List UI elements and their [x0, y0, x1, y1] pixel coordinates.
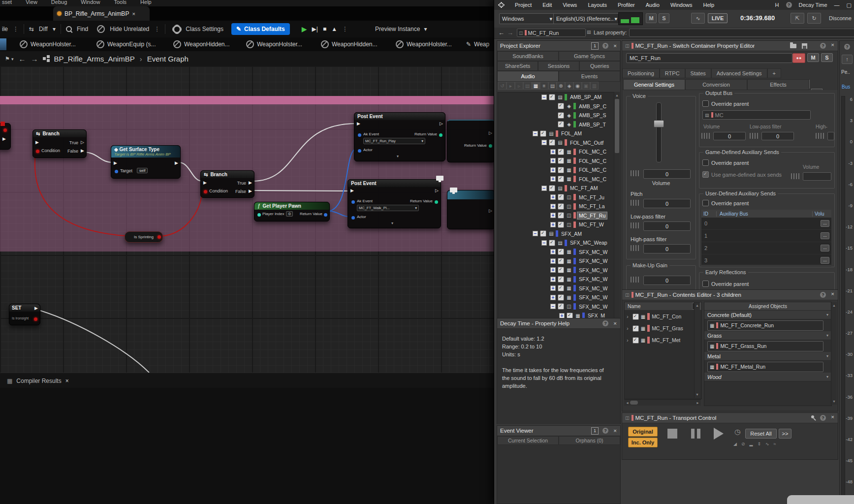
contents-row-label[interactable]: MC_FT_Gras — [652, 325, 683, 331]
property-editor-tab[interactable]: RTPC — [660, 68, 685, 78]
switch-group-header[interactable]: Grass ▾ — [704, 331, 831, 340]
tree-item-label[interactable]: MC_FT_W — [577, 221, 605, 228]
tree-checkbox[interactable] — [558, 203, 564, 210]
ak-event-pin[interactable] — [351, 200, 355, 204]
color-palette-button[interactable]: ●● — [792, 53, 805, 63]
profiler-graph-button[interactable]: ∿ — [691, 13, 705, 24]
asset-tab[interactable]: ✎ Weap — [466, 37, 489, 51]
target-value[interactable]: self — [137, 168, 148, 173]
tree-checkbox[interactable] — [540, 130, 546, 137]
browse-button[interactable]: ... — [821, 220, 829, 227]
ak-event-dropdown[interactable]: MC_FT_Walk_Pl...▾ — [357, 205, 419, 211]
aux-table-row[interactable]: 1 ... — [701, 230, 831, 242]
ue-menu-item[interactable]: Window — [81, 0, 100, 5]
tree-item-label[interactable]: SFX_MC_W — [577, 257, 609, 264]
assigned-vertical-scrollbar[interactable]: ▲ ▼ — [831, 302, 837, 405]
explorer-tab[interactable]: Events — [559, 71, 620, 82]
tree-expander[interactable]: + — [550, 176, 556, 182]
rtpc-indicator-icon[interactable] — [631, 277, 640, 283]
tree-expander[interactable]: − — [533, 231, 538, 236]
tree-expander[interactable]: + — [550, 194, 556, 200]
pin-icon[interactable] — [811, 415, 816, 420]
tree-item[interactable]: − SFX_AM — [498, 229, 614, 239]
override-parent-row[interactable]: Override parent — [702, 200, 749, 206]
eject-button[interactable]: ▲ — [331, 26, 337, 32]
volume-slider-track[interactable] — [656, 102, 662, 162]
exec-in-pin[interactable]: ▶ — [203, 180, 207, 185]
explorer-toolbar-icon[interactable]: ▤ — [548, 82, 557, 90]
tree-item[interactable]: − FOL_AM — [498, 129, 614, 138]
tree-checkbox[interactable] — [549, 240, 555, 246]
tree-checkbox[interactable] — [540, 230, 546, 237]
tree-checkbox[interactable] — [558, 285, 564, 291]
tree-item[interactable]: − MC_FT_AM — [498, 184, 614, 193]
wwise-menu-item[interactable]: Windows — [670, 2, 693, 8]
bus-volume-field[interactable]: 0 — [713, 132, 746, 140]
tree-expander[interactable]: + — [550, 285, 556, 291]
blueprint-graph[interactable]: ▶ ⇆Branch ▶ Condition True ▷ False ▶ ◆ G… — [0, 66, 494, 373]
play-button[interactable]: ▶ — [302, 25, 307, 33]
stop-button[interactable] — [667, 429, 677, 439]
tree-checkbox[interactable] — [558, 294, 564, 301]
close-icon[interactable]: × — [613, 428, 617, 434]
object-name-field[interactable]: MC_FT_Run — [626, 53, 792, 63]
explorer-toolbar-icon[interactable]: ◉ — [573, 82, 582, 90]
tree-item-label[interactable]: SFX_MC_W — [577, 249, 609, 255]
tree-checkbox[interactable] — [558, 149, 564, 155]
tree-item[interactable]: − AMB_SP_AM — [498, 93, 614, 102]
contents-vertical-scrollbar[interactable]: ▲ ▼ — [694, 302, 700, 398]
help-icon[interactable]: ? — [820, 292, 826, 298]
original-button[interactable]: Original — [628, 427, 658, 437]
tree-expander[interactable]: − — [533, 131, 538, 136]
tree-item-label[interactable]: SFX_MC_W — [577, 267, 609, 274]
explorer-tab[interactable]: Sessions — [538, 61, 579, 71]
property-editor-tab[interactable]: States — [685, 68, 711, 78]
asset-tab[interactable]: WeaponHolster... — [396, 37, 452, 51]
tree-item[interactable]: + SFX_MC_W — [498, 293, 614, 302]
is-sprinting-node[interactable]: Is Sprinting — [125, 231, 163, 243]
tree-item[interactable]: + MC_FT_Ju — [498, 193, 614, 202]
wwise-menu-item[interactable]: Help — [703, 2, 715, 8]
aux-table-row[interactable]: 3 ... — [701, 254, 831, 267]
exec-out-pin[interactable]: ▷ — [440, 121, 443, 126]
reset-all-button[interactable]: Reset All — [745, 429, 777, 439]
switch-group-header[interactable]: Wood ▾ — [704, 373, 831, 381]
makeup-gain-field[interactable]: 0 — [643, 276, 691, 285]
help-icon[interactable]: ? — [602, 43, 608, 49]
true-pin[interactable]: ▷ — [81, 140, 84, 145]
tree-item-label[interactable]: SFX_MC_W — [577, 294, 609, 301]
contents-row[interactable]: › ▦ MC_FT_Gras — [625, 322, 701, 334]
property-editor-tab[interactable]: Advanced Settings — [711, 68, 767, 78]
red-pin[interactable] — [34, 317, 37, 321]
aux-table-row[interactable]: 0 ... — [701, 218, 831, 230]
live-badge[interactable]: LIVE — [708, 13, 727, 23]
tree-item-label[interactable]: MC_FT_Ru — [577, 212, 607, 219]
tab-bp-rifle-arms-animbp[interactable]: BP_Rifle_Arms_AnimBP × — [53, 6, 150, 21]
assigned-object-label[interactable]: MC_FT_Concrete_Run — [720, 322, 774, 328]
tree-item[interactable]: + FOL_MC_C — [498, 147, 614, 157]
close-icon[interactable]: × — [613, 320, 617, 326]
help-icon[interactable]: ? — [602, 428, 608, 434]
ak-event-dropdown[interactable]: MC_FT_Run_Play▾ — [363, 138, 425, 144]
wwise-menu-item[interactable]: Views — [563, 2, 577, 8]
rtpc-indicator-icon[interactable] — [631, 245, 640, 251]
actor-pin[interactable] — [358, 149, 361, 153]
tree-item-label[interactable]: SFX_MC_W — [577, 276, 609, 283]
switch-group-header[interactable]: Concrete (Default) ▾ — [704, 311, 831, 319]
row-checkbox[interactable] — [633, 314, 639, 320]
partial-node-left[interactable]: ▶ — [0, 123, 11, 150]
return-value-pin[interactable] — [435, 200, 438, 204]
tree-item-label[interactable]: AMB_SP_AM — [569, 94, 603, 100]
exec-in-pin[interactable]: ▶ — [35, 140, 39, 145]
tree-item[interactable]: + FOL_MC_C — [498, 175, 614, 184]
tree-checkbox[interactable] — [558, 276, 564, 283]
close-icon[interactable]: × — [65, 378, 69, 384]
forward-icon[interactable]: → — [507, 29, 513, 36]
transport-icon[interactable]: ⊘ — [741, 441, 745, 446]
tree-item-label[interactable]: FOL_MC_C — [577, 166, 608, 173]
contents-row[interactable]: › ▦ MC_FT_Met — [625, 334, 701, 346]
tree-item-label[interactable]: MC_FT_Ju — [577, 194, 606, 201]
aux-volume-field[interactable] — [803, 172, 831, 181]
explorer-toolbar-icon[interactable]: ▣ — [582, 82, 590, 90]
red-pin[interactable] — [3, 128, 7, 132]
